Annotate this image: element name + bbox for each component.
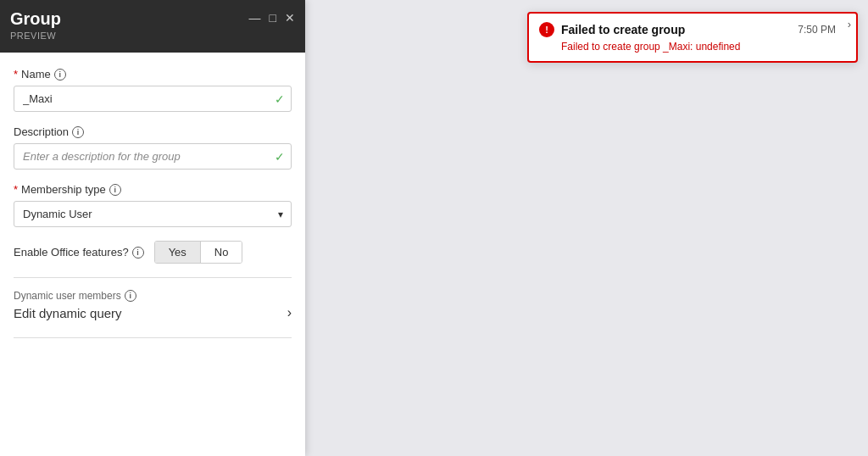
name-input-wrapper: ✓ xyxy=(14,86,292,112)
edit-dynamic-query-link[interactable]: Edit dynamic query › xyxy=(14,305,292,320)
dynamic-label-text: Dynamic user members xyxy=(14,290,121,302)
membership-label-text: Membership type xyxy=(21,183,106,196)
membership-info-icon[interactable]: i xyxy=(109,184,121,196)
membership-label: * Membership type i xyxy=(14,183,292,196)
toast-error-icon: ! xyxy=(539,22,554,37)
dynamic-query-chevron-icon: › xyxy=(287,305,292,320)
toast-time: 7:50 PM xyxy=(798,24,836,36)
dynamic-info-icon[interactable]: i xyxy=(125,290,136,302)
window-title: Group xyxy=(10,8,61,29)
name-field-group: * Name i ✓ xyxy=(14,68,292,112)
membership-select-wrapper: Dynamic User Assigned Dynamic Device ▾ xyxy=(14,201,292,227)
edit-dynamic-query-text: Edit dynamic query xyxy=(14,306,122,320)
office-features-row: Enable Office features? i Yes No xyxy=(14,241,292,264)
window-panel: Group PREVIEW — □ ✕ * Name i ✓ Descripti xyxy=(0,0,305,456)
description-field-group: Description i ✓ xyxy=(14,125,292,170)
description-check-icon: ✓ xyxy=(275,150,285,164)
divider-top xyxy=(14,277,292,278)
description-label: Description i xyxy=(14,125,292,138)
dynamic-section-label: Dynamic user members i xyxy=(14,290,136,302)
maximize-button[interactable]: □ xyxy=(270,12,276,24)
office-toggle-group: Yes No xyxy=(154,241,243,264)
name-required-star: * xyxy=(14,68,18,81)
window-subtitle: PREVIEW xyxy=(10,31,61,41)
description-info-icon[interactable]: i xyxy=(72,126,84,138)
office-label-text: Enable Office features? xyxy=(14,246,129,259)
close-button[interactable]: ✕ xyxy=(285,12,295,24)
toast-notification: ! Failed to create group 7:50 PM › Faile… xyxy=(527,12,858,63)
office-features-label: Enable Office features? i xyxy=(14,246,144,259)
membership-field-group: * Membership type i Dynamic User Assigne… xyxy=(14,183,292,227)
name-info-icon[interactable]: i xyxy=(54,69,66,81)
window-controls: — □ ✕ xyxy=(249,8,295,24)
name-label: * Name i xyxy=(14,68,292,81)
membership-select[interactable]: Dynamic User Assigned Dynamic Device xyxy=(14,201,292,227)
office-no-button[interactable]: No xyxy=(200,242,242,263)
name-label-text: Name xyxy=(21,68,51,81)
divider-bottom xyxy=(14,337,292,338)
description-input-wrapper: ✓ xyxy=(14,143,292,170)
dynamic-section: Dynamic user members i Edit dynamic quer… xyxy=(14,290,292,331)
description-label-text: Description xyxy=(14,125,69,138)
window-title-text: Group PREVIEW xyxy=(10,8,61,41)
minimize-button[interactable]: — xyxy=(249,12,261,24)
office-yes-button[interactable]: Yes xyxy=(155,242,200,263)
toast-close-button[interactable]: › xyxy=(848,19,851,30)
name-input[interactable] xyxy=(14,86,292,112)
toast-body: Failed to create group _Maxi: undefined xyxy=(539,41,836,53)
dynamic-section-header: Dynamic user members i xyxy=(14,290,292,302)
toast-title-row: ! Failed to create group 7:50 PM xyxy=(539,22,836,37)
toast-header: ! Failed to create group 7:50 PM xyxy=(539,22,836,37)
name-check-icon: ✓ xyxy=(275,92,285,106)
form-area: * Name i ✓ Description i ✓ * M xyxy=(0,53,305,456)
window-titlebar: Group PREVIEW — □ ✕ xyxy=(0,0,305,53)
office-info-icon[interactable]: i xyxy=(132,247,144,259)
membership-required-star: * xyxy=(14,183,18,196)
description-input[interactable] xyxy=(14,143,292,170)
toast-title: Failed to create group xyxy=(561,23,784,36)
